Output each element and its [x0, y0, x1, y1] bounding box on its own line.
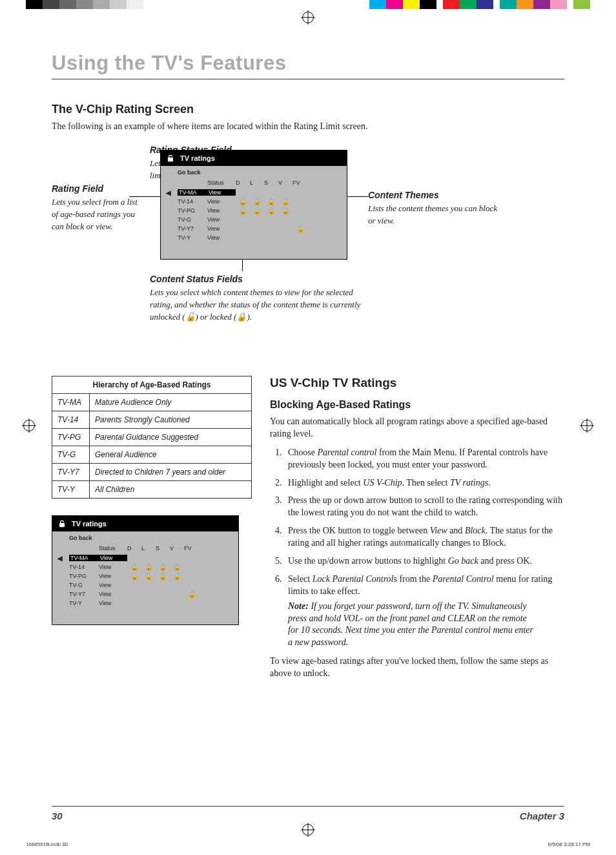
svg-rect-0	[169, 158, 173, 161]
chapter-label: Chapter 3	[520, 810, 564, 821]
unlock-icon: 🔓	[141, 573, 156, 580]
leader-line	[347, 196, 368, 197]
tv-rating-row: TV-GView	[52, 581, 238, 590]
step-item: Press the OK button to toggle between Vi…	[284, 525, 564, 550]
unlock-icon: 🔓	[170, 573, 184, 580]
lock-icon	[57, 519, 67, 528]
tv-ratings-screen: TV ratings Go backStatusDLSVFV◀TV-MAView…	[160, 150, 347, 260]
registration-mark-bottom	[302, 824, 314, 836]
page-number: 30	[52, 810, 63, 821]
callout-content-status-fields: Content Status Fields Lets you select wh…	[150, 273, 363, 324]
unlock-icon: 🔓	[127, 564, 141, 571]
lock-icon: 🔒	[236, 312, 247, 322]
step-item: Choose Parental control from the Main Me…	[284, 447, 564, 471]
section-us-vchip-title: US V-Chip TV Ratings	[270, 376, 564, 390]
tv-rating-row: ◀TV-MAView	[52, 553, 238, 562]
password-note: Note: If you forget your password, turn …	[288, 601, 564, 650]
hierarchy-row: TV-Y7Directed to Children 7 years and ol…	[52, 464, 252, 481]
unlock-icon: 🔓	[236, 198, 250, 205]
registration-mark-right	[581, 420, 593, 431]
blocking-intro: You can automatically block all program …	[270, 416, 564, 440]
unlock-icon: 🔓	[278, 207, 293, 214]
registration-mark-top	[302, 12, 314, 23]
step-item: Select Lock Parental Controls from the P…	[284, 573, 564, 649]
step-item: Use the up/down arrow buttons to highlig…	[284, 555, 564, 568]
vchip-diagram: Rating Status Field Lets you select whet…	[52, 143, 564, 363]
hierarchy-row: TV-14Parents Strongly Cautioned	[52, 411, 252, 429]
tv-rating-row: TV-YView	[161, 233, 347, 242]
unlock-icon: 🔓	[127, 573, 141, 580]
svg-rect-1	[60, 523, 65, 526]
tv-rating-row: TV-PGView🔓🔓🔓🔓	[52, 572, 238, 581]
unlock-icon: 🔓	[264, 198, 278, 205]
hierarchy-row: TV-MAMature Audience Only	[52, 394, 252, 411]
unlock-icon: 🔓	[170, 564, 184, 571]
leader-line	[129, 196, 161, 197]
unlock-icon: 🔓	[185, 312, 196, 322]
print-file: 1668591B.indb 30	[26, 841, 68, 847]
tv-title: TV ratings	[72, 520, 107, 528]
tv-rating-row: TV-14View🔓🔓🔓🔓	[52, 562, 238, 572]
callout-rating-field: Rating Field Lets you select from a list…	[52, 182, 142, 233]
print-color-bar	[0, 0, 616, 9]
print-datetime: 6/5/06 3:28:17 PM	[548, 841, 590, 847]
tv-rating-row: TV-PGView🔓🔓🔓🔓	[161, 206, 347, 215]
hierarchy-row: TV-PGParental Guidance Suggested	[52, 429, 252, 446]
unlock-icon: 🔓	[293, 225, 308, 232]
registration-mark-left	[23, 420, 35, 431]
unlock-icon: 🔓	[156, 564, 170, 571]
unlock-icon: 🔓	[264, 207, 278, 214]
tv-rating-row: TV-14View🔓🔓🔓🔓	[161, 197, 347, 206]
hierarchy-row: TV-YAll Children	[52, 481, 252, 499]
unlock-icon: 🔓	[236, 207, 250, 214]
page-title: Using the TV's Features	[52, 52, 564, 79]
page-footer: 30 Chapter 3	[52, 806, 564, 821]
step-item: Press the up or down arrow button to scr…	[284, 495, 564, 519]
tv-rating-row: TV-GView	[161, 215, 347, 224]
section-vchip-title: The V-Chip Rating Screen	[52, 103, 564, 116]
tv-rating-row: TV-Y7View🔓	[52, 590, 238, 599]
unlock-icon: 🔓	[278, 198, 293, 205]
unlock-icon: 🔓	[141, 564, 156, 571]
tv-rating-row: ◀TV-MAView	[161, 188, 347, 197]
steps-list: Choose Parental control from the Main Me…	[270, 447, 564, 649]
step-item: Highlight and select US V-Chip. Then sel…	[284, 477, 564, 489]
tv-rating-row: TV-YView	[52, 599, 238, 608]
unlock-icon: 🔓	[250, 198, 264, 205]
hierarchy-table-title: Hierarchy of Age-Based Ratings	[52, 376, 252, 394]
print-metadata: 1668591B.indb 30 6/5/06 3:28:17 PM	[26, 841, 590, 847]
lock-icon	[166, 154, 175, 163]
unlock-icon: 🔓	[250, 207, 264, 214]
subsection-blocking-title: Blocking Age-Based Ratings	[270, 399, 564, 411]
section-vchip-intro: The following is an example of where ite…	[52, 121, 564, 132]
tv-ratings-screen-example: TV ratings Go backStatusDLSVFV◀TV-MAView…	[52, 515, 239, 625]
closing-text: To view age-based ratings after you've l…	[270, 655, 564, 680]
hierarchy-row: TV-GGeneral Audience	[52, 446, 252, 464]
tv-rating-row: TV-Y7View🔓	[161, 224, 347, 233]
tv-title: TV ratings	[180, 154, 215, 162]
unlock-icon: 🔓	[184, 591, 200, 598]
callout-content-themes: Content Themes Lists the content themes …	[368, 189, 497, 227]
unlock-icon: 🔓	[156, 573, 170, 580]
hierarchy-table: Hierarchy of Age-Based Ratings TV-MAMatu…	[52, 376, 252, 499]
